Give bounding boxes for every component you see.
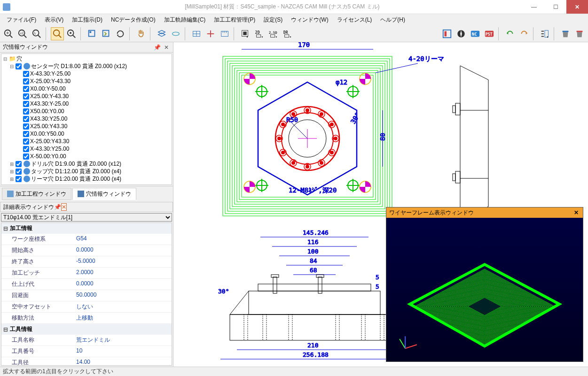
drill-icon[interactable]: DR▾ <box>281 27 294 40</box>
prop-row[interactable]: 終了高さ-5.0000 <box>1 256 172 268</box>
wireframe-close-icon[interactable]: ✕ <box>572 209 580 216</box>
tree-group[interactable]: ⊞リーマ穴 D1:20.00 貫通 Z0.000 (x4) <box>2 175 171 183</box>
tree-checkbox[interactable] <box>16 176 22 182</box>
prop-row[interactable]: 工具番号10 <box>1 346 172 357</box>
zoom-window-icon[interactable] <box>51 27 64 40</box>
hole-tree[interactable]: ⊟📁穴⊟センター穴 D1:8.00 貫通 Z0.000 (x12)X-43.30… <box>1 54 172 185</box>
measure-icon[interactable] <box>218 27 231 40</box>
tree-toggle-icon[interactable]: ▾ <box>538 27 551 40</box>
prop-row[interactable]: 工具名称荒エンドミル <box>1 335 172 346</box>
tree-leaf[interactable]: X25.00:Y43.30 <box>2 123 171 130</box>
tree-group[interactable]: ⊞ドリル穴 D1:9.00 貫通 Z0.000 (x12) <box>2 160 171 168</box>
tab-process[interactable]: 加工工程ウィンドウ <box>2 188 71 200</box>
tree-leaf[interactable]: X25.00:Y-43.30 <box>2 92 171 100</box>
panel-close-icon[interactable]: ✕ <box>163 44 170 51</box>
prop-row[interactable]: 開始高さ0.0000 <box>1 245 172 256</box>
zoom-x2-icon[interactable]: x2 <box>16 27 29 40</box>
tree-checkbox[interactable] <box>23 101 29 107</box>
delete-icon[interactable] <box>573 27 586 40</box>
detail-pin-icon[interactable]: 📌 <box>54 204 61 210</box>
maximize-button[interactable]: ☐ <box>545 0 566 14</box>
tree-checkbox[interactable] <box>23 123 29 130</box>
tree-checkbox[interactable] <box>23 131 29 137</box>
tree-checkbox[interactable] <box>23 116 29 122</box>
2d-icon[interactable]: 2D▾ <box>253 27 266 40</box>
tab-hole[interactable]: 穴情報ウィンドウ <box>72 188 136 200</box>
tree-leaf[interactable]: X0.00:Y-50.00 <box>2 85 171 92</box>
tree-checkbox[interactable] <box>23 71 29 77</box>
menu-license[interactable]: ライセンス(L) <box>333 15 376 25</box>
prop-category[interactable]: ⊟工具情報 <box>1 324 172 335</box>
pin-icon[interactable]: 📌 <box>153 44 161 51</box>
tree-checkbox[interactable] <box>23 108 29 115</box>
prop-row[interactable]: 空中オフセットしない <box>1 301 172 313</box>
view-iso-icon[interactable] <box>100 27 113 40</box>
prop-row[interactable]: 工具径14.00 <box>1 357 172 366</box>
tree-checkbox[interactable] <box>23 153 29 160</box>
prop-row[interactable]: ワーク座標系G54 <box>1 234 172 245</box>
menu-settings[interactable]: 設定(S) <box>260 15 286 25</box>
wireframe-viewport[interactable] <box>386 218 583 361</box>
tree-checkbox[interactable] <box>23 93 29 100</box>
layers-icon[interactable] <box>155 27 168 40</box>
menu-view[interactable]: 表示(V) <box>41 15 67 25</box>
pan-icon[interactable] <box>134 27 148 40</box>
pst-badge-icon[interactable]: PST <box>483 27 496 40</box>
menu-trajectory[interactable]: 加工軌跡編集(C) <box>160 15 210 25</box>
prop-row[interactable]: 加工ピッチ2.0000 <box>1 268 172 279</box>
close-button[interactable]: ✕ <box>566 0 588 14</box>
tree-group[interactable]: ⊟センター穴 D1:8.00 貫通 Z0.000 (x12) <box>2 62 171 70</box>
prop-row[interactable]: 移動方法上移動 <box>1 313 172 324</box>
zoom-half-icon[interactable]: ½ <box>30 27 43 40</box>
tree-leaf[interactable]: X-25.00:Y43.30 <box>2 138 171 145</box>
tree-leaf[interactable]: X-50.00:Y0.00 <box>2 153 171 160</box>
zoom-in-icon[interactable] <box>2 27 15 40</box>
surface-icon[interactable] <box>169 27 182 40</box>
menu-file[interactable]: ファイル(F) <box>3 15 40 25</box>
menu-process[interactable]: 加工工程管理(P) <box>210 15 259 25</box>
minimize-button[interactable]: — <box>523 0 545 14</box>
tree-leaf[interactable]: X-43.30:Y-25.00 <box>2 70 171 77</box>
redo-icon[interactable] <box>517 27 531 40</box>
compass-icon[interactable] <box>455 27 468 40</box>
undo-icon[interactable] <box>503 27 517 40</box>
tree-group[interactable]: ⊞タップ穴 D1:12.00 貫通 Z0.000 (x4) <box>2 168 171 175</box>
window-icon[interactable] <box>440 27 454 40</box>
tree-leaf[interactable]: X43.30:Y25.00 <box>2 115 171 123</box>
property-grid[interactable]: ⊟加工情報ワーク座標系G54開始高さ0.0000終了高さ-5.0000加工ピッチ… <box>1 223 172 366</box>
tree-leaf[interactable]: X-43.30:Y25.00 <box>2 145 171 153</box>
wireframe-window[interactable]: ワイヤーフレーム表示ウィンドウ ✕ <box>386 207 583 362</box>
origin-icon[interactable] <box>204 27 217 40</box>
grid-icon[interactable] <box>190 27 203 40</box>
view-front-icon[interactable] <box>86 27 99 40</box>
menu-window[interactable]: ウィンドウ(W) <box>287 15 332 25</box>
tool-select[interactable]: T10φ14.00 荒エンドミル[1] <box>1 213 172 222</box>
tree-checkbox[interactable] <box>23 86 29 92</box>
menu-ncdata[interactable]: NCデータ作成(O) <box>107 15 159 25</box>
tree-leaf[interactable]: X43.30:Y-25.00 <box>2 100 171 107</box>
tree-checkbox[interactable] <box>16 169 22 175</box>
trash-icon[interactable] <box>559 27 572 40</box>
tree-checkbox[interactable] <box>16 63 22 69</box>
wireframe-titlebar[interactable]: ワイヤーフレーム表示ウィンドウ ✕ <box>386 207 583 218</box>
tree-leaf[interactable]: X0.00:Y50.00 <box>2 130 171 138</box>
refresh-icon[interactable] <box>114 27 127 40</box>
25d-icon[interactable]: 2.5D▾ <box>267 27 280 40</box>
detail-close-icon[interactable]: ✕ <box>61 203 67 211</box>
menu-help[interactable]: ヘルプ(H) <box>376 15 409 25</box>
prop-row[interactable]: 回避面50.0000 <box>1 290 172 301</box>
tree-leaf[interactable]: X-25.00:Y-43.30 <box>2 77 171 85</box>
pocket-icon[interactable]: ▾ <box>239 27 252 40</box>
tree-checkbox[interactable] <box>23 78 29 84</box>
drawing-canvas[interactable]: 170 4-20リーマ φ12 R50 30° 80 12-M8ﾈｼﾞ,深20 <box>173 42 588 367</box>
zoom-fit-icon[interactable] <box>65 27 78 40</box>
prop-category[interactable]: ⊟加工情報 <box>1 223 172 234</box>
tree-checkbox[interactable] <box>23 138 29 145</box>
tree-root[interactable]: ⊟📁穴 <box>2 55 171 62</box>
menu-machining[interactable]: 加工指示(D) <box>68 15 106 25</box>
tree-checkbox[interactable] <box>23 146 29 152</box>
tree-leaf[interactable]: X50.00:Y0.00 <box>2 107 171 115</box>
prop-row[interactable]: 仕上げ代0.0000 <box>1 279 172 290</box>
nc-badge-icon[interactable]: NC <box>469 27 482 40</box>
tree-checkbox[interactable] <box>16 161 22 167</box>
